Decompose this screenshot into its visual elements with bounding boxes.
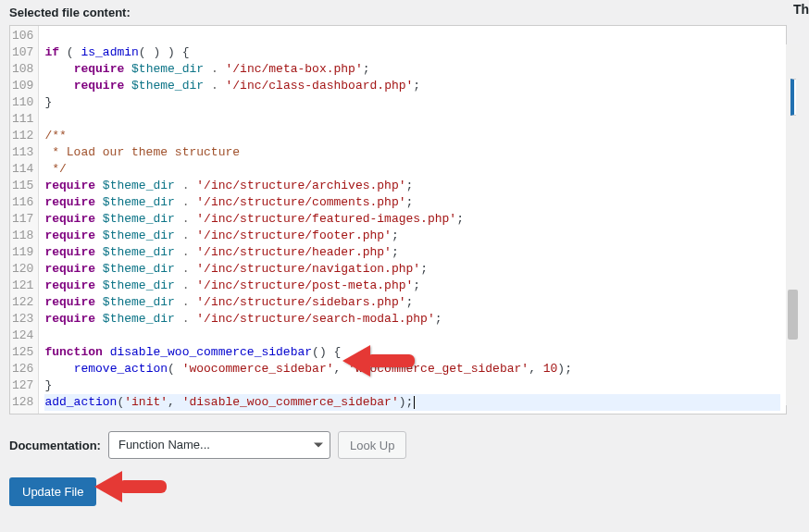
code-line[interactable]: require $theme_dir . '/inc/structure/nav… — [44, 261, 780, 278]
right-panel-title: Th — [793, 2, 809, 17]
line-numbers: 1061071081091101111121131141151161171181… — [10, 26, 39, 414]
code-line[interactable] — [44, 28, 780, 44]
code-editor[interactable]: 1061071081091101111121131141151161171181… — [9, 25, 787, 414]
code-line[interactable]: add_action('init', 'disable_woo_commerce… — [44, 394, 780, 411]
code-line[interactable] — [44, 328, 780, 344]
lookup-button[interactable]: Look Up — [338, 431, 406, 459]
right-side-indicator — [790, 79, 796, 116]
selected-file-label: Selected file content: — [0, 0, 809, 25]
code-line[interactable]: require $theme_dir . '/inc/structure/arc… — [44, 178, 780, 194]
code-line[interactable]: require $theme_dir . '/inc/structure/hea… — [44, 244, 780, 261]
code-line[interactable]: require $theme_dir . '/inc/structure/sid… — [44, 294, 780, 311]
documentation-label: Documentation: — [9, 439, 101, 452]
code-content[interactable]: if ( is_admin( ) ) { require $theme_dir … — [39, 26, 786, 414]
code-line[interactable]: } — [44, 94, 780, 111]
code-line[interactable]: function disable_woo_commerce_sidebar() … — [44, 344, 780, 361]
code-line[interactable] — [44, 111, 780, 128]
chevron-down-icon — [314, 443, 323, 448]
code-line[interactable]: } — [44, 377, 780, 394]
function-name-select[interactable]: Function Name... — [108, 431, 330, 459]
code-line[interactable]: if ( is_admin( ) ) { — [44, 44, 780, 61]
code-line[interactable]: require $theme_dir . '/inc/structure/fea… — [44, 211, 780, 228]
code-line[interactable]: require $theme_dir . '/inc/structure/pos… — [44, 278, 780, 294]
code-line[interactable]: require $theme_dir . '/inc/structure/sea… — [44, 311, 780, 328]
code-line[interactable]: require $theme_dir . '/inc/structure/com… — [44, 194, 780, 211]
code-line[interactable]: remove_action( 'woocommerce_sidebar', 'w… — [44, 361, 780, 377]
code-line[interactable]: * Load our theme structure — [44, 144, 780, 161]
update-file-button[interactable]: Update File — [9, 477, 96, 506]
code-line[interactable]: require $theme_dir . '/inc/structure/foo… — [44, 228, 780, 244]
code-line[interactable]: require $theme_dir . '/inc/class-dashboa… — [44, 78, 780, 94]
code-line[interactable]: require $theme_dir . '/inc/meta-box.php'… — [44, 61, 780, 78]
code-line[interactable]: */ — [44, 161, 780, 178]
code-line[interactable]: /** — [44, 128, 780, 144]
